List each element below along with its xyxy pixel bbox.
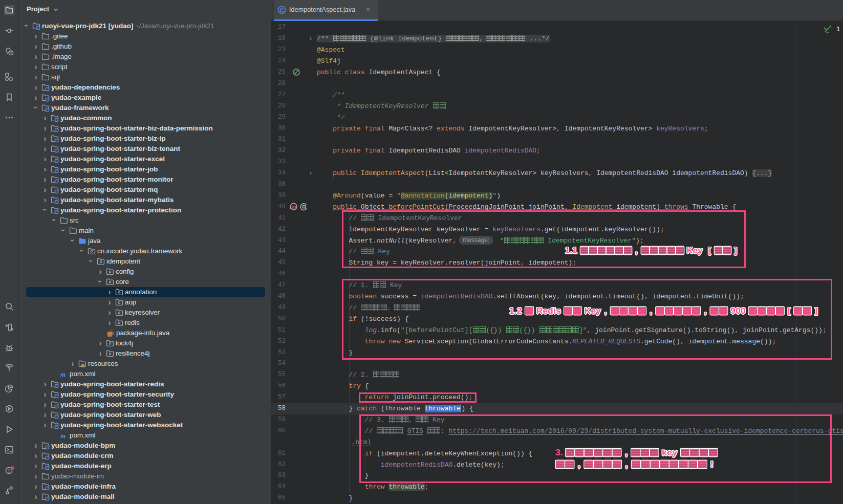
svg-text:?: ?	[10, 51, 13, 55]
svg-text:m: m	[60, 370, 66, 378]
svg-text:1: 1	[836, 25, 840, 33]
svg-text:m: m	[60, 432, 66, 440]
svg-text:C: C	[280, 7, 284, 13]
svg-text:m: m	[291, 204, 296, 210]
